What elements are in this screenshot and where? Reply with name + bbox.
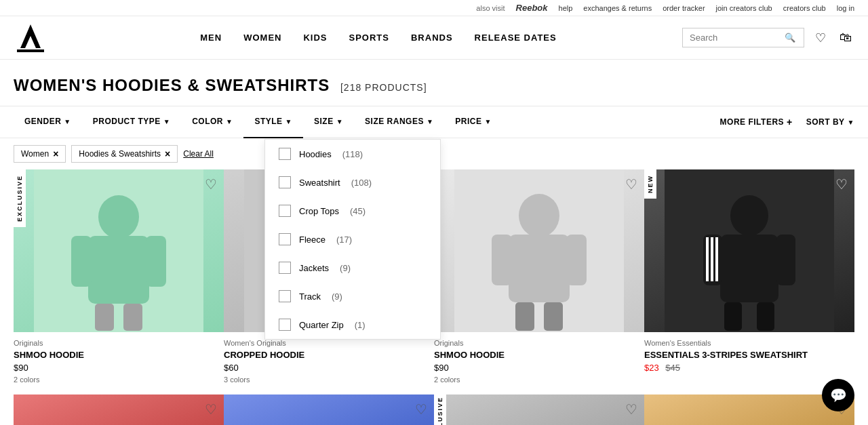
nav-men[interactable]: MEN: [200, 27, 222, 48]
hoodies-checkbox[interactable]: [279, 148, 291, 160]
adidas-logo[interactable]: [14, 21, 47, 55]
product-card-1[interactable]: EXCLUSIVE ♡ Originals SHMOO HOODIE $90 2…: [14, 169, 224, 394]
style-filter-btn[interactable]: STYLE ▼: [243, 106, 303, 138]
product-figure-3: [434, 169, 644, 332]
wishlist-btn-1[interactable]: ♡: [205, 176, 217, 193]
women-filter-tag[interactable]: Women ×: [14, 145, 66, 163]
wishlist-btn-7[interactable]: ♡: [625, 401, 637, 418]
log-in-link[interactable]: log in: [837, 4, 854, 12]
jackets-checkbox[interactable]: [279, 262, 291, 274]
nav-sports[interactable]: SPORTS: [349, 27, 389, 48]
search-input[interactable]: [690, 33, 785, 43]
more-filters-plus-icon: +: [787, 117, 793, 127]
color-chevron-icon: ▼: [226, 118, 233, 125]
wishlist-btn-5[interactable]: ♡: [205, 401, 217, 418]
sort-chevron-icon: ▼: [848, 119, 854, 126]
help-link[interactable]: help: [559, 4, 573, 12]
style-option-track[interactable]: Track (9): [265, 282, 440, 310]
wishlist-btn-3[interactable]: ♡: [625, 176, 637, 193]
svg-rect-18: [509, 235, 570, 302]
nav-kids[interactable]: KIDS: [303, 27, 327, 48]
join-creators-club-link[interactable]: join creators club: [716, 4, 772, 12]
hoodies-filter-tag[interactable]: Hoodies & Sweatshirts ×: [71, 145, 178, 163]
order-tracker-link[interactable]: order tracker: [663, 4, 705, 12]
product-colors-3: 2 colors: [434, 376, 644, 384]
svg-rect-4: [88, 236, 149, 304]
svg-rect-27: [776, 235, 795, 285]
logo-area[interactable]: [14, 21, 47, 55]
svg-rect-31: [724, 302, 742, 331]
product-image-3: [434, 169, 644, 332]
style-option-crop-tops[interactable]: Crop Tops (45): [265, 197, 440, 225]
chat-icon: 💬: [830, 387, 847, 403]
nav-release-dates[interactable]: RELEASE DATES: [475, 27, 557, 48]
wishlist-nav-button[interactable]: ♡: [812, 28, 829, 48]
search-icon[interactable]: 🔍: [785, 33, 795, 43]
sort-by-btn[interactable]: SORT BY ▼: [806, 117, 854, 127]
style-option-quarter-zip[interactable]: Quarter Zip (1): [265, 310, 440, 339]
product-card-3[interactable]: ♡ Originals SHMOO HOODIE $90 2 colors: [434, 169, 644, 394]
nav-links: MEN WOMEN KIDS SPORTS BRANDS RELEASE DAT…: [75, 27, 682, 48]
exclusive-badge-1: EXCLUSIVE: [14, 169, 26, 227]
product-category-2: Women's Originals: [224, 339, 434, 347]
size-ranges-filter-btn[interactable]: SIZE RANGES ▼: [354, 106, 444, 138]
product-category-4: Women's Essentials: [644, 339, 854, 347]
nav-brands[interactable]: BRANDS: [411, 27, 453, 48]
price-filter-btn[interactable]: PRICE ▼: [444, 106, 502, 138]
reebok-link[interactable]: Reebok: [516, 3, 548, 13]
track-checkbox[interactable]: [279, 290, 291, 302]
quarter-zip-checkbox[interactable]: [279, 319, 291, 331]
search-box[interactable]: 🔍: [682, 28, 804, 47]
hoodies-filter-remove-icon[interactable]: ×: [165, 148, 170, 159]
svg-point-17: [519, 194, 559, 237]
more-filters-btn[interactable]: MORE FILTERS +: [720, 117, 793, 127]
page-header: WOMEN'S HOODIES & SWEATSHIRTS [218 Produ…: [0, 60, 868, 106]
clear-all-button[interactable]: Clear All: [183, 149, 214, 159]
product-info-3: Originals SHMOO HOODIE $90 2 colors: [434, 332, 644, 394]
size-filter-btn[interactable]: SIZE ▼: [303, 106, 354, 138]
product-name-3: SHMOO HOODIE: [434, 350, 644, 360]
product-count: [218 Products]: [340, 82, 427, 93]
product-type-chevron-icon: ▼: [163, 118, 170, 125]
product-figure-4: [644, 169, 854, 332]
svg-rect-28: [706, 237, 709, 281]
style-option-jackets[interactable]: Jackets (9): [265, 254, 440, 282]
wishlist-btn-6[interactable]: ♡: [415, 401, 427, 418]
chat-widget[interactable]: 💬: [822, 379, 854, 411]
product-card-5[interactable]: ♡: [14, 394, 224, 425]
svg-point-3: [98, 195, 139, 239]
product-card-6[interactable]: ♡: [224, 394, 434, 425]
fleece-checkbox[interactable]: [279, 233, 291, 245]
product-card-7[interactable]: EXCLUSIVE ♡: [434, 394, 644, 425]
product-name-4: ESSENTIALS 3-STRIPES SWEATSHIRT: [644, 350, 854, 360]
svg-rect-19: [492, 235, 512, 285]
gender-filter-btn[interactable]: GENDER ▼: [14, 106, 82, 138]
style-option-sweatshirt[interactable]: Sweatshirt (108): [265, 168, 440, 197]
svg-rect-7: [95, 304, 114, 331]
product-colors-1: 2 colors: [14, 376, 224, 384]
product-name-1: SHMOO HOODIE: [14, 350, 224, 360]
product-type-filter-btn[interactable]: PRODUCT TYPE ▼: [82, 106, 181, 138]
style-option-hoodies[interactable]: Hoodies (118): [265, 140, 440, 168]
cart-button[interactable]: 🛍: [837, 28, 854, 47]
product-card-4[interactable]: NEW ♡ Women's Essentials ESSENTIALS 3-ST…: [644, 169, 854, 394]
product-category-1: Originals: [14, 339, 224, 347]
sweatshirt-checkbox[interactable]: [279, 176, 291, 188]
nav-icons: 🔍 ♡ 🛍: [682, 28, 854, 48]
women-filter-remove-icon[interactable]: ×: [53, 148, 58, 159]
color-filter-btn[interactable]: COLOR ▼: [181, 106, 243, 138]
crop-tops-checkbox[interactable]: [279, 205, 291, 217]
wishlist-btn-4[interactable]: ♡: [835, 176, 848, 193]
gender-chevron-icon: ▼: [64, 118, 71, 125]
original-price-4: $45: [665, 363, 680, 373]
product-price-1: $90: [14, 363, 224, 373]
creators-club-link[interactable]: creators club: [783, 4, 826, 12]
nav-women[interactable]: WOMEN: [243, 27, 281, 48]
product-image-1: [14, 169, 224, 332]
exchanges-returns-link[interactable]: exchanges & returns: [583, 4, 652, 12]
svg-rect-21: [515, 302, 534, 331]
style-option-fleece[interactable]: Fleece (17): [265, 225, 440, 254]
size-ranges-chevron-icon: ▼: [427, 118, 433, 125]
also-visit-text: also visit: [476, 4, 505, 12]
hoodies-filter-label: Hoodies & Sweatshirts: [79, 149, 161, 159]
